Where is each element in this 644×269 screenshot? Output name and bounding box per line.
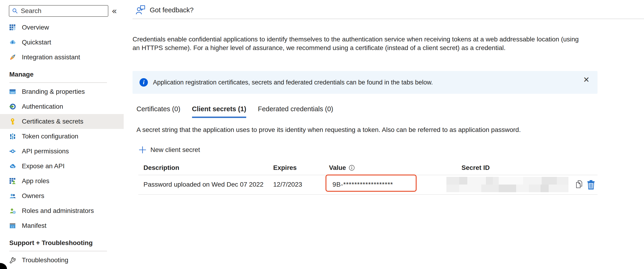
got-feedback-label: Got feedback? (150, 6, 194, 14)
sidebar-item-owners[interactable]: Owners (0, 188, 124, 203)
section-label: Manage (0, 70, 124, 79)
table-header: Description Expires Value Secret ID (138, 162, 598, 175)
sidebar-item-api-permissions[interactable]: API permissions (0, 144, 124, 159)
sidebar-item-token-configuration[interactable]: Token configuration (0, 129, 124, 144)
header-divider (132, 19, 644, 19)
branding-icon: www (9, 88, 16, 95)
app-roles-icon (9, 178, 16, 184)
sidebar-nav: Overview Quickstart (0, 20, 124, 267)
overview-icon (9, 24, 16, 31)
sidebar-item-label: Troubleshooting (22, 256, 68, 264)
info-icon: i (140, 78, 148, 87)
quickstart-icon (9, 39, 16, 46)
sidebar: « Overview (0, 0, 124, 269)
sidebar-item-app-roles[interactable]: App roles (0, 174, 124, 188)
feedback-icon (136, 5, 146, 15)
secret-value-cell: 9B-****************** (332, 181, 393, 188)
plus-icon (139, 146, 146, 154)
got-feedback-button[interactable]: Got feedback? (136, 5, 194, 15)
sidebar-item-label: Manifest (22, 222, 46, 229)
sidebar-item-label: App roles (22, 177, 49, 185)
sidebar-item-label: Quickstart (22, 39, 51, 46)
sidebar-item-roles-and-administrators[interactable]: Roles and administrators (0, 203, 124, 218)
token-configuration-icon (9, 133, 16, 140)
manifest-icon: { } (9, 222, 16, 229)
section-divider (9, 82, 107, 83)
section-label: Support + Troubleshooting (0, 239, 124, 247)
new-client-secret-button[interactable]: New client secret (139, 146, 200, 154)
sidebar-item-label: Authentication (22, 103, 63, 110)
info-banner-text: Application registration certificates, s… (153, 79, 433, 86)
client-secrets-description: A secret string that the application use… (136, 126, 578, 134)
sidebar-item-label: Branding & properties (22, 88, 85, 95)
search-box[interactable] (9, 5, 108, 17)
tab-federated-credentials[interactable]: Federated credentials (0) (258, 105, 333, 118)
sidebar-item-overview[interactable]: Overview (0, 20, 124, 35)
svg-text:www: www (10, 92, 15, 94)
wrench-icon (9, 257, 16, 263)
sidebar-item-label: Expose an API (22, 162, 65, 170)
new-client-secret-label: New client secret (150, 146, 200, 154)
sidebar-item-label: Certificates & secrets (22, 118, 84, 125)
client-secrets-table: Description Expires Value Secret ID Pass… (138, 162, 598, 195)
expose-api-icon (9, 163, 16, 169)
copy-icon (575, 180, 583, 189)
sidebar-item-quickstart[interactable]: Quickstart (0, 35, 124, 50)
sidebar-item-label: Roles and administrators (22, 207, 94, 214)
sidebar-item-label: Owners (22, 192, 44, 200)
column-expires: Expires (273, 164, 297, 171)
roles-administrators-icon (9, 207, 16, 214)
app-window: « Overview (0, 0, 644, 269)
sidebar-section-support: Support + Troubleshooting (0, 239, 124, 251)
section-divider (9, 251, 107, 251)
owners-icon (9, 193, 16, 199)
column-description: Description (144, 164, 179, 171)
sidebar-item-integration-assistant[interactable]: Integration assistant (0, 50, 124, 65)
sidebar-section-manage: Manage (0, 70, 124, 83)
api-permissions-icon (9, 148, 16, 154)
delete-button[interactable] (586, 180, 596, 190)
sidebar-item-expose-an-api[interactable]: Expose an API (0, 159, 124, 174)
authentication-icon (9, 103, 16, 110)
collapse-sidebar-icon[interactable]: « (112, 6, 117, 16)
sidebar-item-label: API permissions (22, 148, 69, 155)
sidebar-item-label: Overview (22, 24, 49, 31)
credential-tabs: Certificates (0) Client secrets (1) Fede… (136, 105, 333, 118)
sidebar-item-certificates-secrets[interactable]: Certificates & secrets (0, 114, 124, 129)
svg-text:{ }: { } (12, 225, 14, 228)
integration-assistant-icon (9, 54, 16, 61)
tab-certificates[interactable]: Certificates (0) (136, 105, 180, 118)
sidebar-item-manifest[interactable]: { } Manifest (0, 218, 124, 233)
sidebar-item-label: Integration assistant (22, 54, 80, 61)
sidebar-item-label: Token configuration (22, 133, 78, 140)
close-icon[interactable]: ✕ (583, 75, 590, 84)
tab-client-secrets[interactable]: Client secrets (1) (192, 105, 246, 118)
credentials-intro-text: Credentials enable confidential applicat… (132, 35, 579, 52)
sidebar-item-branding-properties[interactable]: www Branding & properties (0, 84, 124, 99)
info-banner: i Application registration certificates,… (132, 71, 598, 94)
copy-button[interactable] (575, 180, 584, 190)
sidebar-item-troubleshooting[interactable]: Troubleshooting (0, 253, 124, 267)
trash-icon (586, 180, 596, 190)
column-value: Value (329, 164, 355, 171)
sidebar-item-authentication[interactable]: Authentication (0, 99, 124, 114)
secret-expires-cell: 12/7/2023 (273, 181, 302, 188)
table-row: Password uploaded on Wed Dec 07 2022 12/… (138, 175, 598, 195)
key-icon (9, 118, 16, 125)
secret-description-cell: Password uploaded on Wed Dec 07 2022 (144, 181, 264, 188)
search-input[interactable] (21, 7, 105, 15)
value-info-icon[interactable] (349, 165, 355, 171)
column-secret-id: Secret ID (462, 164, 490, 171)
search-icon (12, 8, 18, 14)
secret-id-redacted (446, 177, 568, 192)
